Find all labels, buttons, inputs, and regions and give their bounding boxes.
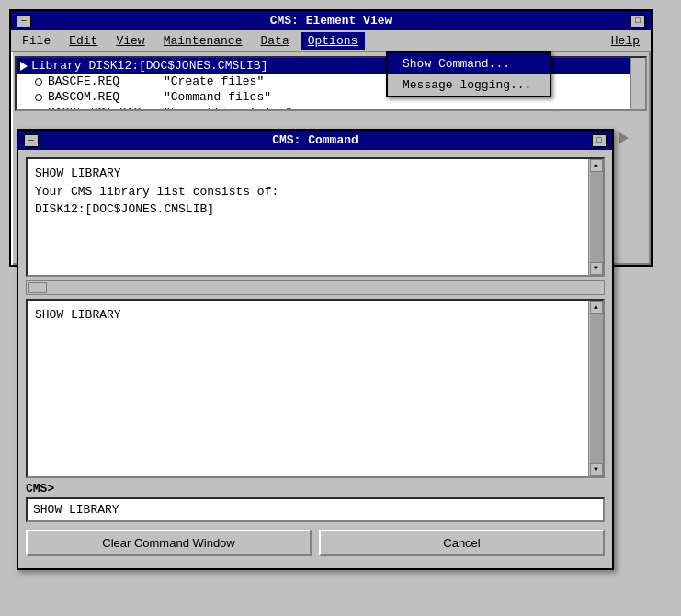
fg-maximize-btn[interactable]: □ (592, 134, 607, 147)
list-item[interactable]: BASHL.PMT.BAS "Formatting files" (17, 105, 645, 111)
menu-file[interactable]: File (15, 32, 58, 50)
output-line-2: Your CMS library list consists of: (35, 183, 596, 201)
fg-window-title: CMS: Command (39, 133, 592, 147)
bg-window-title: CMS: Element View (31, 14, 630, 28)
output-hscrollbar[interactable] (26, 280, 605, 295)
history-line-1: SHOW LIBRARY (35, 306, 596, 325)
list-item-label: Library DISK12:[DOC$JONES.CMSLIB] (31, 59, 267, 73)
hscrollbar-thumb[interactable] (28, 282, 47, 293)
list-scrollbar[interactable] (630, 58, 645, 109)
fg-minimize-btn[interactable]: ─ (24, 134, 39, 147)
element-list[interactable]: Library DISK12:[DOC$JONES.CMSLIB] BASCFE… (15, 56, 647, 111)
prompt-label: CMS> (26, 482, 605, 496)
history-scroll-down-icon[interactable]: ▼ (590, 463, 603, 476)
menubar: File Edit View Maintenance Data Options … (11, 30, 651, 52)
menu-edit[interactable]: Edit (62, 32, 105, 50)
output-scrollbar[interactable]: ▲ ▼ (588, 159, 603, 275)
fg-titlebar: ─ CMS: Command □ (18, 131, 612, 150)
menu-data[interactable]: Data (253, 32, 296, 50)
menu-maintenance[interactable]: Maintenance (156, 32, 250, 50)
options-dropdown: Show Command... Message logging... (386, 51, 551, 97)
list-item-label: BASHL.PMT.BAS (48, 106, 158, 111)
scroll-down-icon[interactable]: ▼ (590, 262, 603, 275)
history-scroll-track[interactable] (590, 314, 603, 463)
list-item-label: BASCOM.REQ (48, 90, 158, 104)
cancel-button[interactable]: Cancel (319, 530, 605, 556)
menu-help[interactable]: Help (604, 32, 647, 50)
menu-view[interactable]: View (108, 32, 152, 50)
output-line-3: DISK12:[DOC$JONES.CMSLIB] (35, 200, 596, 219)
command-input[interactable]: SHOW LIBRARY (26, 497, 605, 522)
buttons-row: Clear Command Window Cancel (26, 530, 605, 556)
bg-minimize-btn[interactable]: ─ (17, 15, 31, 28)
scroll-track[interactable] (590, 172, 603, 262)
scroll-up-icon[interactable]: ▲ (590, 159, 603, 172)
list-item-desc: "Create files" (164, 74, 264, 88)
history-scrollbar[interactable]: ▲ ▼ (588, 301, 603, 476)
output-area: SHOW LIBRARY Your CMS library list consi… (26, 157, 605, 277)
radio-icon (35, 109, 42, 112)
corner-expand-icon (619, 132, 629, 143)
selected-triangle-icon (20, 62, 28, 71)
bg-maximize-btn[interactable]: □ (630, 15, 645, 28)
radio-icon (35, 94, 42, 101)
list-item-desc: "Formatting files" (164, 106, 292, 111)
menu-options[interactable]: Options (301, 32, 366, 50)
radio-icon (35, 78, 42, 86)
dropdown-item-show-command[interactable]: Show Command... (388, 53, 550, 74)
output-line-1: SHOW LIBRARY (35, 165, 596, 183)
bg-titlebar: ─ CMS: Element View □ (11, 11, 651, 30)
clear-command-button[interactable]: Clear Command Window (26, 530, 312, 556)
command-input-value: SHOW LIBRARY (33, 503, 119, 517)
dropdown-item-message-logging[interactable]: Message logging... (388, 74, 550, 96)
history-area: SHOW LIBRARY ▲ ▼ (26, 299, 605, 478)
list-item-desc: "Command files" (164, 90, 271, 104)
history-scroll-up-icon[interactable]: ▲ (590, 301, 603, 314)
fg-window: ─ CMS: Command □ SHOW LIBRARY Your CMS l… (17, 129, 614, 570)
list-item-label: BASCFE.REQ (48, 74, 158, 88)
